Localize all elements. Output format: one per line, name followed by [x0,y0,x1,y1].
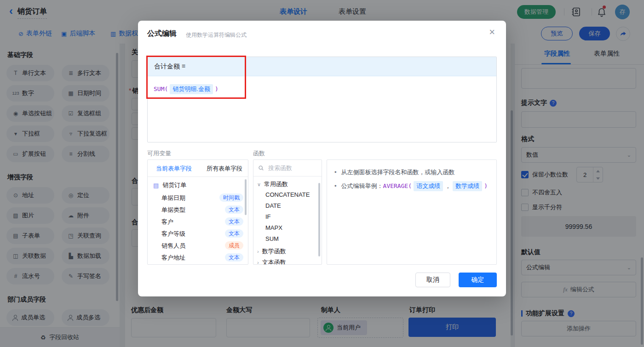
functions-panel: ∨常用函数 CONCATENATE DATE IF MAPX SUM ›数学函数… [253,159,322,265]
variable-row[interactable]: 销售人员成员 [148,240,248,252]
formula-help-panel: •从左侧面板选择字段名和函数，或输入函数 •公式编辑举例：AVERAGE(语文成… [327,159,497,265]
variable-row[interactable]: 客户文本 [148,216,248,228]
function-item[interactable]: SUM [265,235,279,242]
tab-current-form-fields[interactable]: 当前表单字段 [156,165,192,173]
formula-expression[interactable]: SUM(销货明细.金额) [148,76,496,102]
variables-panel: 当前表单字段 所有表单字段 ▤ 销货订单 单据日期时间戳 单据类型文本 客户文本… [147,159,248,265]
variables-tabs: 当前表单字段 所有表单字段 [148,160,248,177]
type-badge: 文本 [225,229,243,238]
function-search-input[interactable] [267,164,313,172]
function-group-common[interactable]: ∨常用函数 [257,180,288,188]
function-item[interactable]: DATE [265,202,281,209]
type-badge: 文本 [225,253,243,262]
variable-row[interactable]: 单据日期时间戳 [148,192,248,204]
function-token: AVERAGE( [383,182,412,189]
search-icon [258,165,264,171]
variables-root-label: 销货订单 [162,181,186,189]
function-search [253,160,322,176]
chevron-collapsed-icon: › [257,260,259,265]
dialog-subtitle: 使用数学运算符编辑公式 [186,31,247,39]
field-token: 数学成绩 [453,181,482,191]
cancel-button[interactable]: 取消 [415,273,450,287]
type-badge: 成员 [225,241,243,250]
functions-scrollbar[interactable] [318,183,320,256]
confirm-button[interactable]: 确定 [459,273,497,287]
variable-row[interactable]: 单据类型文本 [148,204,248,216]
type-badge: 文本 [225,205,243,214]
field-token: 语文成绩 [414,181,443,191]
tab-all-form-fields[interactable]: 所有表单字段 [207,165,242,173]
variables-root-node[interactable]: ▤ 销货订单 [153,181,186,189]
variable-row[interactable]: 客户地址文本 [148,252,248,264]
formula-target: 合计金额 = [148,57,496,76]
help-line-2: •公式编辑举例：AVERAGE(语文成绩，数学成绩) [334,181,488,191]
chevron-expanded-icon: ∨ [257,182,261,187]
close-icon[interactable]: × [489,27,495,37]
formula-edit-dialog: 公式编辑 使用数学运算符编辑公式 × 合计金额 = SUM(销货明细.金额) 可… [138,21,506,296]
function-item[interactable]: MAPX [265,224,282,231]
bullet-icon: • [334,169,337,176]
function-group-math[interactable]: ›数学函数 [257,247,286,256]
help-line-1: •从左侧面板选择字段名和函数，或输入函数 [334,168,455,176]
bullet-icon: • [334,182,337,189]
formula-editor[interactable]: 合计金额 = SUM(销货明细.金额) [147,57,497,142]
field-token[interactable]: 销货明细.金额 [170,84,213,94]
variable-row[interactable]: 客户等级文本 [148,228,248,240]
app-window: ‹ 销货订单 表单设计 表单设置 数据管理 存 ⊘ 表单外链 ▣ [0,0,644,347]
functions-label: 函数 [253,149,265,158]
function-token: SUM( [154,85,168,92]
chevron-collapsed-icon: › [257,249,259,254]
function-item[interactable]: IF [265,213,271,220]
dialog-title: 公式编辑 [147,29,177,39]
function-group-text[interactable]: ›文本函数 [257,258,286,265]
type-badge: 文本 [225,217,243,226]
type-badge: 时间戳 [219,193,243,202]
variables-scrollbar[interactable] [245,179,247,215]
variables-label: 可用变量 [147,149,171,158]
paren-token: ) [215,85,218,92]
function-item[interactable]: CONCATENATE [265,191,310,198]
paren-token: ) [484,182,488,189]
form-doc-icon: ▤ [153,182,159,189]
